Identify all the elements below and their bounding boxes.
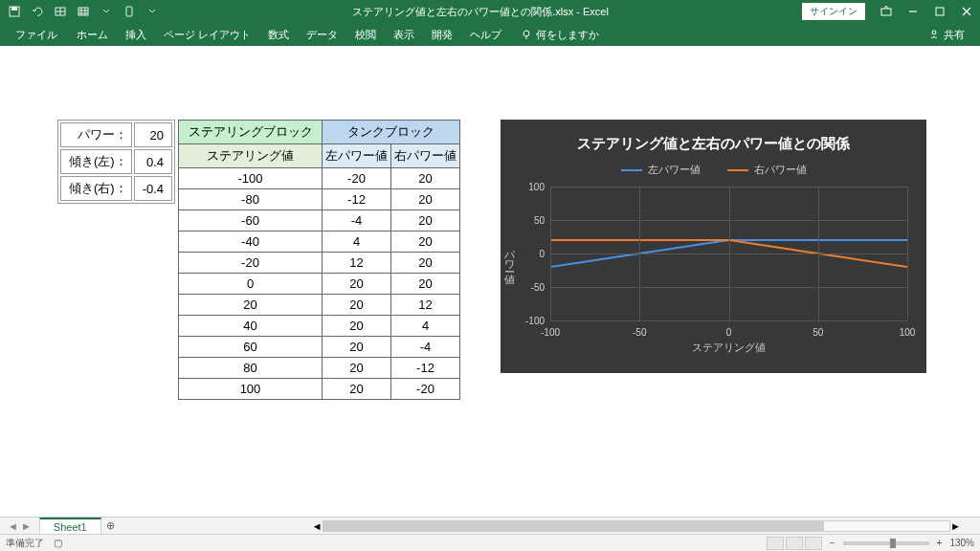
cell[interactable]: 20: [391, 210, 460, 231]
touch-icon[interactable]: [122, 5, 136, 18]
chevron-down-icon[interactable]: [145, 5, 159, 18]
cell[interactable]: 20: [323, 316, 391, 337]
zoom-slider[interactable]: [843, 541, 929, 545]
cell[interactable]: 4: [323, 231, 391, 253]
ribbon-options-icon[interactable]: [873, 0, 900, 23]
tab-help[interactable]: ヘルプ: [462, 24, 509, 46]
header-steering-block[interactable]: ステアリングブロック: [179, 121, 323, 144]
cell[interactable]: 4: [391, 316, 460, 337]
cell[interactable]: 100: [179, 379, 323, 400]
view-break-button[interactable]: [805, 537, 822, 550]
scroll-track[interactable]: [323, 520, 951, 532]
table-row[interactable]: 10020-20: [179, 379, 460, 400]
undo-icon[interactable]: [31, 5, 44, 18]
cell[interactable]: 20: [323, 295, 391, 316]
zoom-in-button[interactable]: +: [937, 538, 943, 548]
table2-icon[interactable]: [77, 5, 90, 18]
cell[interactable]: 20: [391, 231, 460, 253]
sheet-tab[interactable]: Sheet1: [39, 518, 101, 535]
signin-badge[interactable]: サインイン: [802, 3, 865, 20]
cell[interactable]: 20: [323, 274, 391, 295]
add-sheet-button[interactable]: ⊕: [101, 519, 121, 532]
cell[interactable]: 20: [391, 168, 460, 189]
table-row[interactable]: -100-2020: [179, 168, 460, 189]
cell[interactable]: 60: [179, 337, 323, 358]
table-row[interactable]: 40204: [179, 316, 460, 337]
chart[interactable]: ステアリング値と左右のパワー値との関係 左パワー値 右パワー値 パワー値 ステア…: [501, 120, 926, 373]
table-row[interactable]: 02020: [179, 274, 460, 295]
param-power-label[interactable]: パワー：: [60, 122, 132, 147]
chevron-down-icon[interactable]: [100, 5, 113, 18]
sheet-nav-arrows[interactable]: ◄ ►: [0, 520, 39, 532]
data-table[interactable]: ステアリングブロック タンクブロック ステアリング値 左パワー値 右パワー値 -…: [178, 120, 460, 400]
header-tank-block[interactable]: タンクブロック: [323, 121, 460, 144]
cell[interactable]: -20: [391, 379, 460, 400]
cell[interactable]: 20: [323, 358, 391, 379]
cell[interactable]: -100: [179, 168, 323, 189]
workspace[interactable]: パワー：20 傾き(左)：0.4 傾き(右)：-0.4 ステアリングブロック タ…: [0, 46, 980, 517]
minimize-button[interactable]: [900, 0, 926, 23]
param-tilt-right-label[interactable]: 傾き(右)：: [60, 176, 132, 201]
tab-dev[interactable]: 開発: [424, 24, 460, 46]
subheader-steering[interactable]: ステアリング値: [179, 144, 323, 168]
table-row[interactable]: -201220: [179, 253, 460, 274]
tab-review[interactable]: 校閲: [347, 24, 384, 46]
zoom-out-button[interactable]: −: [830, 538, 835, 548]
cell[interactable]: -12: [323, 189, 391, 210]
cell[interactable]: -20: [179, 253, 323, 274]
cell[interactable]: -12: [391, 358, 460, 379]
cell[interactable]: -4: [391, 337, 460, 358]
view-normal-button[interactable]: [767, 537, 784, 550]
scroll-left-icon[interactable]: ◄: [312, 520, 323, 532]
table-row[interactable]: -80-1220: [179, 189, 460, 210]
tab-insert[interactable]: 挿入: [118, 24, 154, 46]
param-tilt-left-label[interactable]: 傾き(左)：: [60, 149, 132, 174]
param-power-value[interactable]: 20: [134, 122, 172, 147]
tab-view[interactable]: 表示: [386, 24, 422, 46]
macro-icon[interactable]: ▢: [54, 538, 62, 548]
cell[interactable]: 80: [179, 358, 323, 379]
table-icon[interactable]: [54, 5, 67, 18]
cell[interactable]: -20: [323, 168, 391, 189]
subheader-left[interactable]: 左パワー値: [323, 144, 391, 168]
cell[interactable]: -4: [323, 210, 391, 231]
tab-data[interactable]: データ: [299, 24, 345, 46]
save-icon[interactable]: [8, 5, 21, 18]
table-row[interactable]: 202012: [179, 295, 460, 316]
cell[interactable]: 20: [323, 379, 391, 400]
tab-home[interactable]: ホーム: [69, 24, 116, 46]
zoom-handle[interactable]: [890, 539, 896, 548]
cell[interactable]: 12: [391, 295, 460, 316]
cell[interactable]: -60: [179, 210, 323, 231]
table-row[interactable]: 8020-12: [179, 358, 460, 379]
view-layout-button[interactable]: [786, 537, 803, 550]
subheader-right[interactable]: 右パワー値: [391, 144, 460, 168]
cell[interactable]: -80: [179, 189, 323, 210]
cell[interactable]: 20: [391, 274, 460, 295]
scroll-thumb[interactable]: [323, 521, 825, 531]
table-row[interactable]: 6020-4: [179, 337, 460, 358]
close-button[interactable]: [953, 0, 980, 23]
tell-me-search[interactable]: 何をしますか: [521, 28, 599, 42]
cell[interactable]: -40: [179, 231, 323, 253]
cell[interactable]: 20: [391, 253, 460, 274]
table-row[interactable]: -60-420: [179, 210, 460, 231]
horizontal-scrollbar[interactable]: ◄ ►: [312, 520, 961, 532]
share-button[interactable]: 共有: [919, 28, 974, 42]
table-row[interactable]: -40420: [179, 231, 460, 253]
params-table[interactable]: パワー：20 傾き(左)：0.4 傾き(右)：-0.4: [57, 120, 175, 204]
tab-layout[interactable]: ページ レイアウト: [156, 24, 258, 46]
param-tilt-left-value[interactable]: 0.4: [134, 149, 172, 174]
cell[interactable]: 20: [179, 295, 323, 316]
maximize-button[interactable]: [926, 0, 953, 23]
cell[interactable]: 12: [323, 253, 391, 274]
cell[interactable]: 20: [323, 337, 391, 358]
tab-file[interactable]: ファイル: [6, 24, 67, 46]
cell[interactable]: 40: [179, 316, 323, 337]
param-tilt-right-value[interactable]: -0.4: [134, 176, 172, 201]
zoom-level[interactable]: 130%: [949, 538, 974, 548]
tab-formulas[interactable]: 数式: [260, 24, 297, 46]
cell[interactable]: 20: [391, 189, 460, 210]
scroll-right-icon[interactable]: ►: [950, 520, 961, 532]
cell[interactable]: 0: [179, 274, 323, 295]
